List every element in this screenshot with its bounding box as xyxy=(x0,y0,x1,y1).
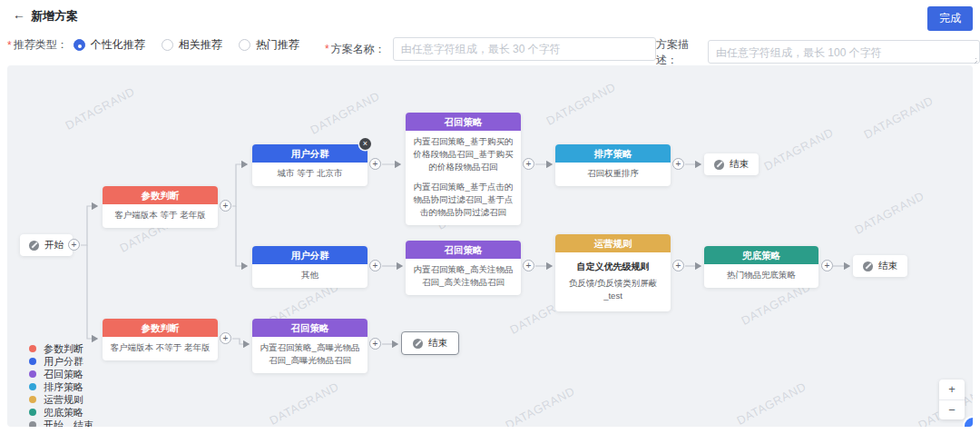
plan-desc-field: 方案描述： xyxy=(656,37,980,68)
radio-personalized[interactable]: 个性化推荐 xyxy=(74,37,145,53)
terminal-icon xyxy=(29,241,39,251)
node-param-eq[interactable]: 参数判断 客户端版本 等于 老年版 xyxy=(103,186,218,228)
legend-label: 开始、结束 xyxy=(44,419,93,428)
terminal-icon xyxy=(413,339,423,349)
node-param-neq[interactable]: 参数判断 客户端版本 不等于 老年版 xyxy=(103,319,218,360)
radio-unselected-icon[interactable] xyxy=(162,39,173,51)
node-header: 运营规则 xyxy=(555,234,671,252)
legend-label: 参数判断 xyxy=(44,342,83,356)
end-node[interactable]: 结束 xyxy=(853,255,907,277)
node-recall-top[interactable]: 召回策略 内置召回策略_基于购买的价格段物品召回_基于购买的价格段物品召回 内置… xyxy=(406,113,521,225)
add-node-button[interactable]: + xyxy=(672,158,684,170)
add-node-button[interactable]: + xyxy=(369,338,381,350)
node-body: 热门物品兜底策略 xyxy=(704,264,818,288)
legend-dot xyxy=(29,358,36,365)
node-body: 其他 xyxy=(252,264,368,288)
plan-name-field: * 方案名称： xyxy=(325,37,656,61)
node-recall-mid[interactable]: 召回策略 内置召回策略_高关注物品召回_高关注物品召回 xyxy=(406,241,521,295)
add-node-button[interactable]: + xyxy=(523,158,534,170)
legend-item: 运营规则 xyxy=(29,393,93,406)
add-node-button[interactable]: + xyxy=(369,158,381,170)
legend-dot xyxy=(29,421,36,427)
plan-name-label: 方案名称： xyxy=(331,42,386,57)
add-node-button[interactable]: + xyxy=(220,332,231,344)
back-icon[interactable]: ← xyxy=(13,7,25,22)
node-body: 内置召回策略_基于购买的价格段物品召回_基于购买的价格段物品召回 xyxy=(413,135,514,173)
required-asterisk: * xyxy=(7,39,12,52)
radio-label: 热门推荐 xyxy=(256,37,299,53)
zoom-in-button[interactable]: + xyxy=(939,380,965,399)
radio-selected-icon[interactable] xyxy=(74,39,85,51)
node-user-other[interactable]: 用户分群 其他 xyxy=(252,246,368,288)
node-sort[interactable]: 排序策略 召回权重排序 xyxy=(555,144,671,186)
radio-hot[interactable]: 热门推荐 xyxy=(239,37,299,53)
end-node-selected[interactable]: 结束 xyxy=(401,331,459,355)
add-node-button[interactable]: + xyxy=(672,260,684,271)
add-node-button[interactable]: + xyxy=(220,200,231,212)
add-node-button[interactable]: + xyxy=(523,260,534,271)
plan-form: * 推荐类型： 个性化推荐 相关推荐 热门推荐 * 方案名称： 方案描述： xyxy=(0,31,980,58)
finish-button[interactable]: 完成 xyxy=(927,6,973,31)
legend-dot xyxy=(29,345,36,352)
radio-label: 个性化推荐 xyxy=(91,37,145,53)
node-body: 负反馈/负反馈类别屏蔽_test xyxy=(563,277,663,302)
legend-item: 排序策略 xyxy=(29,380,93,393)
start-node[interactable]: 开始 xyxy=(20,234,73,256)
end-label: 结束 xyxy=(428,337,447,350)
legend-item: 兜底策略 xyxy=(29,406,93,419)
zoom-control: + − xyxy=(939,380,965,419)
legend: 参数判断 用户分群 召回策略 排序策略 运营规则 兜底策略 开始、结束 xyxy=(29,342,93,427)
end-node[interactable]: 结束 xyxy=(704,153,759,175)
node-recall-bot[interactable]: 召回策略 内置召回策略_高曝光物品召回_高曝光物品召回 xyxy=(252,319,368,373)
node-header: 召回策略 xyxy=(252,319,368,337)
node-header: 召回策略 xyxy=(406,241,521,259)
radio-related[interactable]: 相关推荐 xyxy=(162,37,222,53)
add-node-button[interactable]: + xyxy=(68,239,80,251)
node-header: 用户分群 xyxy=(252,246,368,264)
node-header: 兜底策略 xyxy=(704,246,818,264)
legend-label: 兜底策略 xyxy=(44,406,83,419)
legend-dot xyxy=(29,370,36,378)
node-body: 客户端版本 不等于 老年版 xyxy=(103,337,218,360)
legend-label: 运营规则 xyxy=(44,393,83,407)
remove-node-button[interactable]: × xyxy=(359,138,371,150)
start-label: 开始 xyxy=(44,239,64,252)
node-header: 召回策略 xyxy=(406,113,521,131)
node-header: 参数判断 xyxy=(103,186,218,204)
legend-dot xyxy=(29,409,36,416)
radio-unselected-icon[interactable] xyxy=(239,39,250,51)
node-body-title: 自定义优先级规则 xyxy=(563,261,663,273)
legend-label: 召回策略 xyxy=(44,368,83,381)
add-node-button[interactable]: + xyxy=(821,260,833,271)
node-header: 排序策略 xyxy=(555,144,671,163)
flow-canvas[interactable]: DATAGRAND DATAGRAND DATAGRAND DATAGRAND … xyxy=(7,65,973,427)
end-label: 结束 xyxy=(878,260,897,272)
node-body: 内置召回策略_基于点击的物品协同过滤召回_基于点击的物品协同过滤召回 xyxy=(413,181,514,219)
radio-label: 相关推荐 xyxy=(179,37,222,53)
node-fallback[interactable]: 兜底策略 热门物品兜底策略 xyxy=(704,246,818,288)
top-bar: ← 新增方案 完成 xyxy=(0,0,980,29)
end-label: 结束 xyxy=(730,158,749,171)
node-body: 召回权重排序 xyxy=(555,163,671,186)
node-ops-rule[interactable]: 运营规则 自定义优先级规则 负反馈/负反馈类别屏蔽_test xyxy=(555,234,671,311)
add-node-button[interactable]: + xyxy=(369,260,381,271)
legend-label: 排序策略 xyxy=(44,380,83,394)
plan-desc-label: 方案描述： xyxy=(656,37,701,68)
page-title: 新增方案 xyxy=(31,8,78,25)
plan-desc-input[interactable] xyxy=(708,40,980,64)
legend-item: 参数判断 xyxy=(29,342,93,355)
legend-item: 开始、结束 xyxy=(29,419,93,427)
terminal-icon xyxy=(863,261,873,271)
zoom-out-button[interactable]: − xyxy=(939,399,965,419)
recommend-type-group: * 推荐类型： 个性化推荐 相关推荐 热门推荐 xyxy=(7,37,316,53)
required-asterisk: * xyxy=(325,43,329,55)
node-header: 参数判断 xyxy=(103,319,218,337)
legend-label: 用户分群 xyxy=(44,355,83,369)
node-user-city[interactable]: 用户分群 城市 等于 北京市 xyxy=(252,144,368,186)
terminal-icon xyxy=(714,160,724,170)
plan-name-input[interactable] xyxy=(393,37,656,61)
node-body: 城市 等于 北京市 xyxy=(252,163,368,186)
node-body: 内置召回策略_高曝光物品召回_高曝光物品召回 xyxy=(252,337,368,373)
node-header: 用户分群 xyxy=(252,144,368,163)
recommend-type-label: 推荐类型： xyxy=(14,37,68,53)
